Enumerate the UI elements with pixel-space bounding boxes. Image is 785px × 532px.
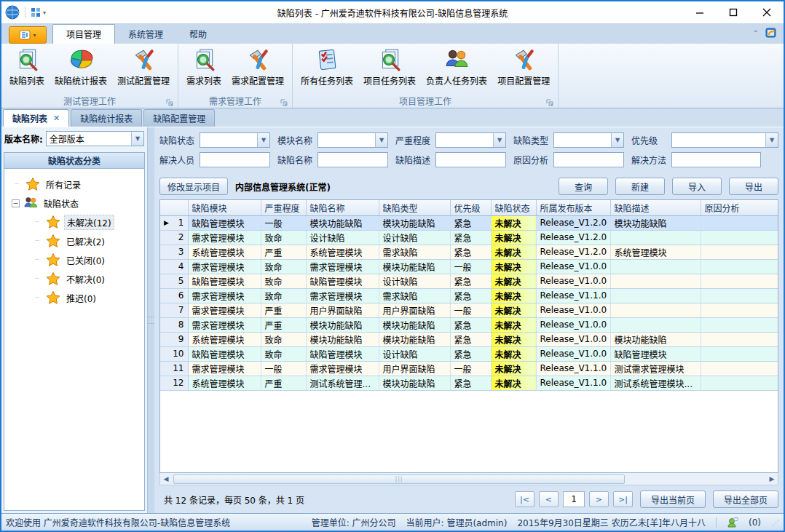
ribbon-button[interactable]: 需求列表: [181, 45, 226, 89]
grid-cell[interactable]: [610, 274, 701, 288]
grid-cell[interactable]: 模块功能缺陷: [379, 332, 450, 346]
ribbon-tab-help[interactable]: 帮助: [176, 25, 220, 44]
grid-row[interactable]: 2需求管理模块致命设计缺陷设计缺陷紧急未解决Release_V1.2.0: [160, 230, 778, 245]
grid-cell[interactable]: 需求管理模块: [188, 288, 261, 303]
grid-column-header[interactable]: 优先级: [450, 200, 491, 215]
tree-item[interactable]: ┈未解决(12): [12, 213, 144, 231]
grid-cell[interactable]: 系统管理模块: [188, 245, 261, 259]
grid-cell[interactable]: Release_V1.0.0: [536, 259, 610, 274]
ribbon-button[interactable]: 所有任务列表: [296, 45, 358, 89]
grid-cell[interactable]: 系统管理模块: [188, 332, 261, 346]
grid-cell[interactable]: Release_V1.0.0: [536, 303, 610, 317]
grid-cell[interactable]: 缺陷管理模块: [188, 274, 261, 288]
grid-cell[interactable]: 模块功能缺陷: [610, 215, 701, 230]
grid-cell[interactable]: Release_V1.2.0: [536, 230, 610, 245]
tree-item[interactable]: ┈已解决(2): [12, 231, 144, 250]
chevron-down-icon[interactable]: ▼: [375, 133, 387, 147]
ribbon-button[interactable]: 负责人任务列表: [421, 45, 492, 89]
grid-cell[interactable]: 模块功能缺陷: [306, 317, 379, 332]
grid-cell[interactable]: Release_V1.0.0: [536, 317, 610, 332]
grid-cell[interactable]: [701, 245, 778, 259]
grid-cell[interactable]: 致命: [261, 259, 306, 274]
filter-combo[interactable]: ▼: [553, 132, 624, 148]
grid-cell[interactable]: 缺陷管理模块: [306, 274, 379, 288]
scrollbar-thumb[interactable]: |||: [173, 475, 625, 484]
grid-cell[interactable]: 需求缺陷: [379, 245, 450, 259]
filter-combo[interactable]: ▼: [671, 132, 778, 148]
filter-input[interactable]: [200, 152, 270, 167]
scroll-left-icon[interactable]: ◀: [160, 474, 172, 485]
grid-cell[interactable]: [701, 303, 778, 317]
grid-cell[interactable]: 模块功能缺陷: [379, 376, 450, 390]
minimize-button[interactable]: [683, 1, 717, 23]
grid-cell[interactable]: [701, 288, 778, 303]
grid-cell[interactable]: 需求管理模块: [188, 230, 261, 245]
last-page-button[interactable]: >|: [613, 491, 633, 507]
grid-cell[interactable]: [701, 215, 778, 230]
ribbon-tab-project[interactable]: 项目管理: [52, 24, 115, 44]
grid-cell[interactable]: 致命: [261, 332, 306, 346]
filter-combo[interactable]: ▼: [317, 132, 388, 148]
grid-cell[interactable]: 需求管理模块: [188, 303, 261, 317]
grid-row[interactable]: 4需求管理模块致命需求管理模块模块功能缺陷一般未解决Release_V1.0.0: [160, 259, 778, 274]
about-icon[interactable]: [765, 26, 778, 39]
ribbon-button[interactable]: 项目任务列表: [358, 45, 421, 89]
grid-cell[interactable]: 一般: [450, 361, 491, 376]
grid-row[interactable]: 5缺陷管理模块致命缺陷管理模块设计缺陷紧急未解决Release_V1.0.0: [160, 274, 778, 288]
tree-item[interactable]: ┈所有记录: [12, 175, 144, 194]
filter-input[interactable]: [553, 152, 624, 167]
grid-cell[interactable]: 测试系统管理模块...: [610, 376, 701, 390]
grid-cell[interactable]: Release_V1.2.0: [536, 245, 610, 259]
grid-cell[interactable]: [701, 274, 778, 288]
grid-cell[interactable]: 缺陷管理模块: [306, 346, 379, 361]
dialog-launcher-icon[interactable]: [546, 98, 553, 106]
grid-cell[interactable]: Release_V1.0.0: [536, 274, 610, 288]
grid-row[interactable]: 6需求管理模块致命需求管理模块需求缺陷紧急未解决Release_V1.1.0: [160, 288, 778, 303]
next-page-button[interactable]: >: [589, 491, 609, 507]
doc-tab-defect-report[interactable]: 缺陷统计报表: [71, 109, 142, 127]
grid-cell[interactable]: 测试需求管理模块: [610, 361, 701, 376]
grid-cell[interactable]: [701, 317, 778, 332]
grid-cell[interactable]: 设计缺陷: [379, 274, 450, 288]
grid-cell[interactable]: 设计缺陷: [379, 230, 450, 245]
grid-column-header[interactable]: 原因分析: [701, 200, 778, 215]
grid-cell[interactable]: 未解决: [491, 376, 536, 390]
grid-cell[interactable]: 模块功能缺陷: [379, 215, 450, 230]
scroll-right-icon[interactable]: ▶: [766, 474, 778, 485]
grid-cell[interactable]: 模块功能缺陷: [306, 215, 379, 230]
filter-combo[interactable]: ▼: [200, 132, 270, 148]
grid-cell[interactable]: 需求管理模块: [188, 317, 261, 332]
grid-cell[interactable]: 严重: [261, 376, 306, 390]
grid-column-header[interactable]: 缺陷类型: [379, 200, 450, 215]
grid-cell[interactable]: 致命: [261, 230, 306, 245]
grid-cell[interactable]: [701, 259, 778, 274]
ribbon-button[interactable]: 缺陷统计报表: [50, 45, 112, 89]
online-users-icon[interactable]: [727, 517, 738, 528]
grid-cell[interactable]: 一般: [450, 259, 491, 274]
grid-column-header[interactable]: 缺陷状态: [491, 200, 536, 215]
filter-combo[interactable]: ▼: [435, 132, 506, 148]
grid-cell[interactable]: 紧急: [450, 346, 491, 361]
ribbon-button[interactable]: 项目配置管理: [492, 45, 555, 89]
filter-input[interactable]: [317, 152, 388, 167]
chevron-down-icon[interactable]: ▼: [257, 133, 269, 147]
grid-cell[interactable]: [610, 288, 701, 303]
grid-cell[interactable]: 需求管理模块: [306, 259, 379, 274]
grid-cell[interactable]: Release_V1.0.0: [536, 346, 610, 361]
grid-row[interactable]: 12系统管理模块严重测试系统管理...模块功能缺陷紧急未解决Release_V1…: [160, 376, 778, 390]
grid-cell[interactable]: 未解决: [491, 361, 536, 376]
chevron-down-icon[interactable]: ▼: [611, 133, 623, 147]
grid-cell[interactable]: 未解决: [491, 332, 536, 346]
ribbon-button[interactable]: 缺陷列表: [4, 45, 50, 89]
grid-cell[interactable]: 未解决: [491, 317, 536, 332]
quick-access-caret-icon[interactable]: ▾: [43, 9, 46, 16]
grid-row[interactable]: 3系统管理模块严重系统管理模块需求缺陷紧急未解决Release_V1.2.0系统…: [160, 245, 778, 259]
grid-cell[interactable]: 需求缺陷: [379, 288, 450, 303]
grid-cell[interactable]: [610, 303, 701, 317]
grid-cell[interactable]: 紧急: [450, 230, 491, 245]
grid-cell[interactable]: 系统管理模块: [306, 245, 379, 259]
grid-cell[interactable]: [701, 361, 778, 376]
version-select[interactable]: 全部版本 ▼: [46, 131, 144, 146]
grid-cell[interactable]: 模块功能缺陷: [306, 332, 379, 346]
first-page-button[interactable]: |<: [515, 491, 534, 507]
